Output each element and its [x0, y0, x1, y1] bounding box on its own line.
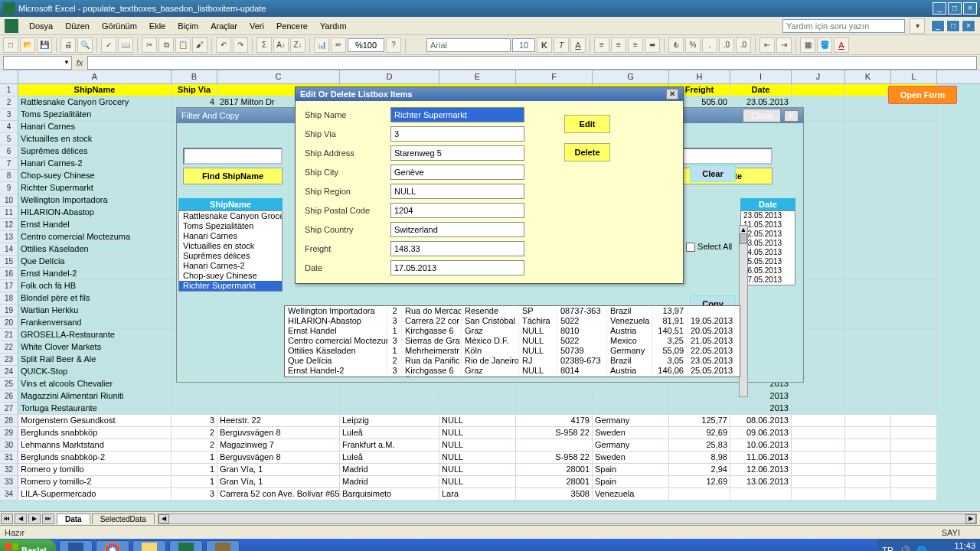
col-header-a[interactable]: A	[18, 70, 172, 83]
row-header[interactable]: 23	[0, 354, 18, 366]
cell[interactable]: Ottilies Käseladen	[18, 243, 172, 256]
row-header[interactable]: 5	[0, 133, 18, 145]
row-header[interactable]: 18	[0, 292, 18, 305]
field-input[interactable]: Genève	[390, 165, 524, 180]
sort-desc-icon[interactable]: Z↓	[290, 37, 305, 53]
delete-button[interactable]: Delete	[564, 143, 610, 161]
tab-nav-first[interactable]: ⏮	[1, 514, 13, 524]
task-other[interactable]	[206, 540, 240, 551]
app-menu-icon[interactable]	[5, 19, 18, 33]
dec-indent-icon[interactable]: ⇤	[760, 37, 775, 53]
filter-close-button[interactable]: Close	[743, 109, 781, 122]
row-header[interactable]: 15	[0, 256, 18, 268]
cut-icon[interactable]: ✂	[142, 37, 157, 53]
cell[interactable]: QUICK-Stop	[18, 366, 172, 378]
horizontal-scrollbar[interactable]: ◀▶	[158, 514, 977, 524]
open-form-button[interactable]: Open Form	[888, 86, 957, 104]
menu-pencere[interactable]: Pencere	[270, 19, 314, 33]
table-row[interactable]: HILARION-Abastop3Carrera 22 corSan Crist…	[285, 316, 740, 326]
cell[interactable]: Suprêmes délices	[18, 145, 172, 158]
col-header-g[interactable]: G	[593, 70, 669, 83]
tray-network-icon[interactable]: 🌐	[916, 546, 927, 552]
field-input[interactable]: Starenweg 5	[390, 145, 524, 161]
font-color-icon[interactable]: A	[834, 37, 849, 53]
underline-icon[interactable]: A	[570, 37, 586, 53]
worksheet-grid[interactable]: 1 ShipName Ship Via untry Freight Date 2…	[0, 84, 980, 511]
col-header-b[interactable]: B	[172, 70, 217, 83]
list-item[interactable]: 11.05.2013	[741, 220, 795, 230]
italic-icon[interactable]: T	[554, 37, 569, 53]
align-left-icon[interactable]: ≡	[594, 37, 609, 53]
field-input[interactable]: 17.05.2013	[390, 260, 524, 276]
row-header[interactable]: 3	[0, 109, 18, 121]
inc-indent-icon[interactable]: ⇥	[776, 37, 792, 53]
sort-asc-icon[interactable]: A↓	[273, 37, 289, 53]
table-row[interactable]: Wellington Importadora2Rua do MercacRese…	[285, 306, 740, 316]
cell[interactable]: White Clover Markets	[18, 341, 172, 354]
research-icon[interactable]: 📖	[118, 37, 133, 53]
row-header[interactable]: 13	[0, 231, 18, 243]
row-header[interactable]: 9	[0, 182, 18, 194]
col-header-j[interactable]: J	[792, 70, 845, 83]
col-header-h[interactable]: H	[669, 70, 730, 83]
tray-clock[interactable]: 11:43 17.03.2017	[933, 542, 975, 551]
task-word[interactable]	[59, 540, 93, 551]
shipname-listbox[interactable]: Rattlesnake Canyon GroceryToms Spezialit…	[178, 210, 283, 292]
dec-decimal-icon[interactable]: .0	[736, 37, 751, 53]
borders-icon[interactable]: ▦	[800, 37, 815, 53]
save-icon[interactable]: 💾	[37, 37, 52, 53]
col-header-d[interactable]: D	[340, 70, 439, 83]
menu-araçlar[interactable]: Araçlar	[204, 19, 243, 33]
tray-volume-icon[interactable]: 🔊	[900, 546, 910, 552]
task-excel[interactable]	[169, 540, 203, 551]
align-right-icon[interactable]: ≡	[628, 37, 643, 53]
field-input[interactable]: 148,33	[390, 241, 524, 256]
drawing-icon[interactable]: ✏	[331, 37, 346, 53]
row-header[interactable]: 4	[0, 121, 18, 133]
tray-lang[interactable]: TR	[882, 546, 893, 551]
percent-icon[interactable]: %	[685, 37, 701, 53]
cell[interactable]: Chop-suey Chinese	[18, 170, 172, 182]
align-center-icon[interactable]: ≡	[611, 37, 626, 53]
list-item[interactable]: Rattlesnake Canyon Grocery	[179, 211, 282, 221]
currency-icon[interactable]: ₺	[668, 37, 684, 53]
menu-veri[interactable]: Veri	[243, 19, 270, 33]
list-item[interactable]: 13.05.2013	[741, 239, 795, 248]
cell[interactable]: Hanari Carnes-2	[18, 158, 172, 170]
table-row[interactable]: Ernst Handel-23Kirchgasse 6GrazNULL8014A…	[285, 366, 740, 376]
cell[interactable]: Ernst Handel-2	[18, 268, 172, 280]
row-header[interactable]: 31	[0, 452, 18, 464]
cell[interactable]: Magazzini Alimentari Riuniti	[18, 390, 172, 403]
menu-ekle[interactable]: Ekle	[143, 19, 172, 33]
header-shipvia[interactable]: Ship Via	[172, 84, 217, 96]
cell[interactable]: HILARION-Abastop	[18, 207, 172, 219]
cell[interactable]: Centro comercial Moctezuma	[18, 231, 172, 243]
row-header[interactable]: 19	[0, 305, 18, 317]
close-button[interactable]: ×	[963, 2, 977, 15]
row-header[interactable]: 25	[0, 378, 18, 390]
tab-nav-next[interactable]: ▶	[28, 514, 41, 524]
list-item[interactable]: Richter Supermarkt	[179, 281, 282, 291]
print-icon[interactable]: 🖨	[60, 37, 76, 53]
maximize-button[interactable]: □	[948, 2, 962, 15]
cell[interactable]: Tortuga Restaurante	[18, 403, 172, 415]
zoom-combo[interactable]: %100	[348, 38, 384, 52]
list-item[interactable]: Toms Spezialitäten	[179, 221, 282, 231]
field-input[interactable]: 1204	[390, 203, 524, 218]
row-header[interactable]: 2	[0, 96, 18, 109]
inc-decimal-icon[interactable]: .0	[719, 37, 734, 53]
col-header-k[interactable]: K	[845, 70, 891, 83]
tab-data[interactable]: Data	[57, 514, 90, 524]
open-icon[interactable]: 📂	[20, 37, 35, 53]
col-header-l[interactable]: L	[891, 70, 937, 83]
row-header[interactable]: 22	[0, 341, 18, 354]
list-item[interactable]: Hanari Carnes	[179, 231, 282, 241]
row-header[interactable]: 34	[0, 488, 18, 500]
list-item[interactable]: Hanari Carnes-2	[179, 261, 282, 271]
new-icon[interactable]: □	[3, 37, 18, 53]
wb-restore-button[interactable]: □	[946, 20, 960, 32]
menu-dosya[interactable]: Dosya	[23, 19, 59, 33]
results-listbox[interactable]: Wellington Importadora2Rua do MercacRese…	[284, 305, 740, 377]
cell[interactable]: Hanari Carnes	[18, 121, 172, 133]
undo-icon[interactable]: ↶	[216, 37, 231, 53]
